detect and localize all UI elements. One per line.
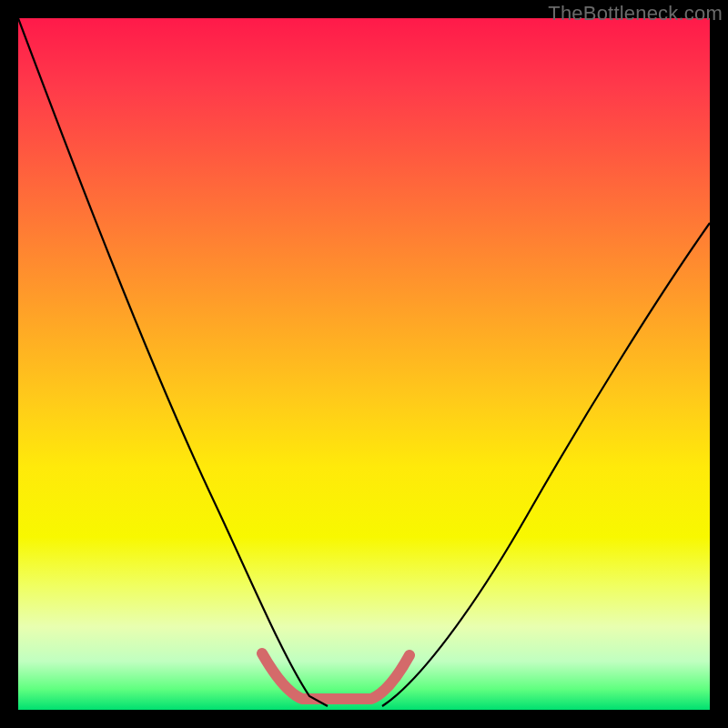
curve-left-branch: [18, 18, 328, 706]
curve-right-branch: [382, 223, 710, 706]
highlight-optimal-region: [262, 653, 410, 699]
watermark-text: TheBottleneck.com: [548, 2, 723, 25]
chart-plot-area: [18, 18, 710, 710]
chart-svg: [18, 18, 710, 710]
